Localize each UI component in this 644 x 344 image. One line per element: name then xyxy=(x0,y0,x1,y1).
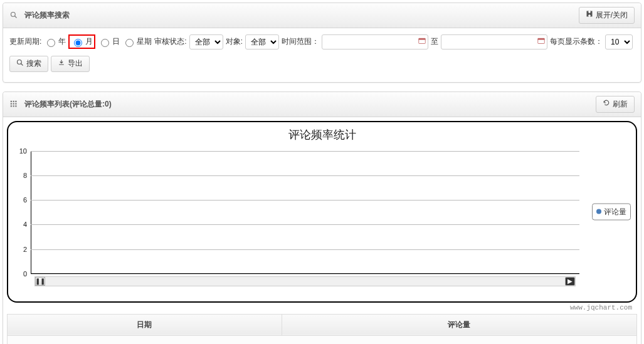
radio-day-label: 日 xyxy=(112,36,120,47)
time-range-label: 时间范围： xyxy=(282,36,319,47)
legend-marker xyxy=(596,209,601,214)
svg-rect-15 xyxy=(13,106,14,107)
chart-watermark: www.jqchart.com xyxy=(570,304,632,311)
per-page-label: 每页显示条数： xyxy=(550,36,603,47)
radio-year[interactable]: 年 xyxy=(44,36,66,47)
y-tick-label: 0 xyxy=(23,270,27,278)
y-tick-label: 10 xyxy=(19,147,27,155)
y-axis xyxy=(31,151,31,274)
export-button[interactable]: 导出 xyxy=(51,56,90,73)
list-panel-header: 评论频率列表(评论总量:0) 刷新 xyxy=(3,92,641,117)
target-label: 对象: xyxy=(226,36,243,47)
radio-week-label: 星期 xyxy=(137,36,152,47)
col-date: 日期 xyxy=(8,314,282,335)
list-panel: 评论频率列表(评论总量:0) 刷新 评论频率统计 0246810 评论量 ❚❚ … xyxy=(3,91,641,344)
svg-rect-9 xyxy=(13,101,14,102)
svg-line-7 xyxy=(21,63,23,65)
empty-cell xyxy=(8,335,637,344)
radio-week[interactable]: 星期 xyxy=(122,36,152,47)
target-select[interactable]: 全部 xyxy=(245,34,279,50)
chart-plot-area: 0246810 xyxy=(31,151,579,274)
update-cycle-label: 更新周期: xyxy=(9,36,41,47)
radio-month[interactable]: 月 xyxy=(68,34,95,49)
toggle-button[interactable]: 展开/关闭 xyxy=(579,7,635,24)
download-icon xyxy=(58,59,65,70)
export-button-label: 导出 xyxy=(68,59,83,69)
audit-label: 审核状态: xyxy=(154,36,186,47)
date-from-input[interactable] xyxy=(322,34,428,50)
legend-label: 评论量 xyxy=(604,206,626,217)
y-tick-label: 6 xyxy=(23,196,27,204)
col-count: 评论量 xyxy=(282,314,636,335)
filter-row: 更新周期: 年 月 日 星期 审核状态: 全部 对象: xyxy=(9,34,635,76)
grid-line xyxy=(31,249,579,250)
search-button[interactable]: 搜索 xyxy=(9,56,48,73)
search-panel: 评论频率搜索 展开/关闭 更新周期: 年 月 日 星 xyxy=(3,3,641,83)
table-row xyxy=(8,335,637,344)
grid-line xyxy=(31,224,579,225)
table-header-row: 日期 评论量 xyxy=(8,314,637,335)
scroll-right-handle[interactable]: ▶ xyxy=(565,277,575,286)
date-to-input[interactable] xyxy=(441,34,547,50)
radio-week-input[interactable] xyxy=(125,39,134,47)
refresh-button[interactable]: 刷新 xyxy=(596,96,635,113)
list-panel-body: 评论频率统计 0246810 评论量 ❚❚ ▶ www.jqchart.com … xyxy=(3,117,641,344)
radio-month-input[interactable] xyxy=(74,39,82,47)
svg-rect-16 xyxy=(15,106,16,107)
refresh-icon xyxy=(603,99,610,110)
svg-rect-8 xyxy=(11,101,12,102)
per-page-select[interactable]: 10 xyxy=(605,34,633,50)
radio-year-input[interactable] xyxy=(47,39,55,47)
radio-day-input[interactable] xyxy=(101,39,109,47)
svg-point-0 xyxy=(11,13,16,17)
chart-container: 评论频率统计 0246810 评论量 ❚❚ ▶ www.jqchart.com xyxy=(7,121,637,303)
data-table: 日期 评论量 xyxy=(7,314,637,344)
to-label: 至 xyxy=(431,36,438,47)
y-tick-label: 8 xyxy=(23,172,27,179)
grid-icon xyxy=(9,100,18,108)
search-icon xyxy=(9,11,18,19)
svg-rect-13 xyxy=(15,103,16,105)
search-panel-body: 更新周期: 年 月 日 星期 审核状态: 全部 对象: xyxy=(3,28,641,83)
list-panel-title: 评论频率列表(评论总量:0) xyxy=(24,99,596,110)
radio-day[interactable]: 日 xyxy=(98,36,120,47)
svg-point-6 xyxy=(18,60,22,64)
chart-scroll-track[interactable]: ❚❚ ▶ xyxy=(34,276,576,286)
svg-rect-11 xyxy=(11,103,12,105)
toggle-label: 展开/关闭 xyxy=(596,11,628,21)
grid-line xyxy=(31,175,579,176)
search-icon xyxy=(16,59,24,70)
toggle-icon xyxy=(586,10,593,21)
chart-legend: 评论量 xyxy=(592,203,631,220)
svg-line-1 xyxy=(15,16,17,18)
radio-month-label: 月 xyxy=(85,36,93,47)
svg-rect-10 xyxy=(15,101,16,102)
y-tick-label: 2 xyxy=(23,246,27,253)
radio-year-label: 年 xyxy=(58,36,66,47)
refresh-button-label: 刷新 xyxy=(613,100,628,110)
svg-rect-12 xyxy=(13,103,14,105)
search-panel-title: 评论频率搜索 xyxy=(24,10,579,21)
date-from-wrap xyxy=(322,34,428,50)
grid-line xyxy=(31,274,579,274)
date-to-wrap xyxy=(441,34,547,50)
grid-line xyxy=(31,200,579,201)
search-button-label: 搜索 xyxy=(26,59,41,69)
svg-rect-14 xyxy=(11,106,12,107)
search-panel-header: 评论频率搜索 展开/关闭 xyxy=(3,3,641,28)
chart-title: 评论频率统计 xyxy=(8,122,636,145)
grid-line xyxy=(31,151,579,152)
audit-select[interactable]: 全部 xyxy=(189,34,223,50)
y-tick-label: 4 xyxy=(23,221,27,228)
scroll-left-handle[interactable]: ❚❚ xyxy=(35,277,45,286)
